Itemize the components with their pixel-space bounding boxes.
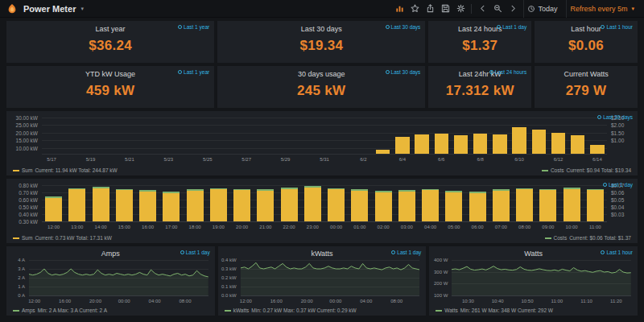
legend-marker xyxy=(225,310,231,312)
legend-series[interactable]: Costs xyxy=(554,234,568,242)
stat-value: $36.24 xyxy=(6,38,214,54)
stat-panel-last-30-days: Last 30 days Last 30 days $19.34 xyxy=(217,21,425,63)
legend: AmpsMin: 2 A Max: 3 A Current: 2 A xyxy=(13,307,208,314)
legend-item-sum: SumCurrent: 0.73 kW Total: 17.31 kW xyxy=(13,234,112,242)
y-axis-right: $2.50$2.00$1.50$1.00 xyxy=(609,118,638,155)
time-range-badge[interactable]: Last 1 day xyxy=(497,24,526,30)
clock-icon xyxy=(489,70,493,74)
panel-daily-usage-chart: Last 30 days 30.00 kW25.00 kW20.00 kW15.… xyxy=(6,111,638,175)
plot-area[interactable] xyxy=(241,260,420,296)
legend-series[interactable]: Sum xyxy=(22,234,32,242)
legend-marker xyxy=(13,310,19,312)
legend-values: Current: 0.73 kW Total: 17.31 kW xyxy=(35,234,112,242)
panel-watts-chart: Watts Last 1 hour 400 W300 W200 W100 W 1… xyxy=(429,246,638,316)
panel-hourly-usage-chart: Last 1 day 0.80 kW0.70 kW0.60 kW0.50 kW0… xyxy=(6,179,638,243)
x-axis: 12:0016:0020:0000:0004:0008:00 xyxy=(29,298,208,305)
clock-icon xyxy=(601,250,605,254)
refresh-button[interactable]: Refresh every 5m ▾ xyxy=(566,0,638,18)
plot-area[interactable] xyxy=(29,260,208,296)
chevron-down-icon[interactable]: ▾ xyxy=(80,6,84,12)
navbar: Power Meter ▾ Today xyxy=(0,0,644,18)
stat-value: 279 W xyxy=(535,83,638,99)
clock-icon xyxy=(601,25,605,29)
stat-value: 17.312 kW xyxy=(428,83,531,99)
stat-value: 459 kW xyxy=(6,83,214,99)
legend-values: Min: 2 A Max: 3 A Current: 2 A xyxy=(38,307,107,314)
navbar-divider xyxy=(471,4,472,14)
time-range-badge[interactable]: Last 1 year xyxy=(178,24,209,30)
x-axis: 12:0013:0014:0015:0016:0017:0018:0019:00… xyxy=(42,224,607,231)
stat-value: $1.37 xyxy=(428,38,531,54)
clock-icon xyxy=(386,70,390,74)
save-icon[interactable] xyxy=(440,4,450,14)
zoom-out-icon[interactable] xyxy=(493,4,502,14)
clock-icon xyxy=(603,183,607,187)
legend-values: Current: $0.94 Total: $19.34 xyxy=(567,167,631,174)
time-range-badge[interactable]: Last 1 day xyxy=(603,182,633,188)
legend: SumCurrent: 0.73 kW Total: 17.31 kW Cost… xyxy=(13,234,631,242)
legend-item-sum: SumCurrent: 11.94 kW Total: 244.87 kW xyxy=(13,167,118,174)
time-range-badge[interactable]: Last 30 days xyxy=(386,24,421,30)
dashboard-title[interactable]: Power Meter xyxy=(23,4,76,14)
legend-series[interactable]: kWatts xyxy=(233,307,250,314)
y-axis-right: $0.07$0.06$0.05$0.04$0.03 xyxy=(609,185,638,222)
legend-marker xyxy=(542,170,548,171)
time-range-badge[interactable]: Last 1 year xyxy=(178,69,209,75)
legend-series[interactable]: Costs xyxy=(551,167,564,174)
time-range-badge[interactable]: Last 1 hour xyxy=(601,250,633,255)
legend-marker xyxy=(13,237,19,239)
time-range-badge[interactable]: Last 30 days xyxy=(597,114,633,120)
legend: SumCurrent: 11.94 kW Total: 244.87 kW Co… xyxy=(13,167,631,174)
clock-icon xyxy=(180,250,184,254)
plot-area[interactable] xyxy=(42,118,607,155)
navbar-actions: Today Refresh every 5m ▾ xyxy=(394,0,638,18)
share-icon[interactable] xyxy=(425,4,435,14)
gear-icon[interactable] xyxy=(456,4,465,14)
legend-marker xyxy=(545,237,551,239)
x-axis: 10:3010:4010:5011:0011:1011:20 xyxy=(452,298,631,305)
clock-icon xyxy=(386,25,390,29)
chevron-left-icon[interactable] xyxy=(477,4,487,14)
stat-panel-30-days-usage: Last 30 days 30 days usage 245 kW xyxy=(217,66,425,108)
panels-chart-icon[interactable] xyxy=(394,4,404,14)
today-button[interactable]: Today xyxy=(523,0,560,18)
legend-marker xyxy=(13,170,19,171)
chevron-down-icon: ▾ xyxy=(631,6,634,12)
clock-icon xyxy=(178,70,182,74)
time-range-badge[interactable]: Last 1 day xyxy=(180,250,210,255)
legend-series[interactable]: Sum xyxy=(22,167,32,174)
time-range-badge[interactable]: Last 24 hours xyxy=(489,69,526,75)
clock-icon xyxy=(497,25,501,29)
legend: WattsMin: 261 W Max: 348 W Current: 292 … xyxy=(436,307,631,314)
panel-amps-chart: Amps Last 1 day 4 A3 A2 A1 A0 A 12:0016:… xyxy=(6,246,215,316)
legend-values: Current: 11.94 kW Total: 244.87 kW xyxy=(35,167,117,174)
bottom-row: Amps Last 1 day 4 A3 A2 A1 A0 A 12:0016:… xyxy=(6,246,638,316)
star-icon[interactable] xyxy=(410,4,419,14)
chevron-right-icon[interactable] xyxy=(508,4,518,14)
stat-value: $0.06 xyxy=(535,38,638,54)
time-range-badge[interactable]: Last 30 days xyxy=(386,69,421,75)
legend-series[interactable]: Amps xyxy=(22,307,35,314)
legend: kWattsMin: 0.27 kW Max: 0.37 kW Current:… xyxy=(225,307,420,314)
y-axis-left: 0.4 kW0.3 kW0.2 kW0.1 kW0.0 kW xyxy=(218,260,239,296)
x-axis: 5/175/195/215/235/255/275/295/316/26/46/… xyxy=(42,156,607,163)
clock-icon xyxy=(527,5,535,13)
legend-marker xyxy=(436,310,442,312)
legend-values: Min: 261 W Max: 348 W Current: 292 W xyxy=(460,307,553,314)
today-label: Today xyxy=(538,5,557,13)
panel-title[interactable]: Current Watts xyxy=(535,70,638,78)
legend-values: Current: $0.06 Total: $1.37 xyxy=(569,234,631,242)
plot-area[interactable] xyxy=(42,185,607,222)
time-range-badge[interactable]: Last 1 hour xyxy=(601,24,633,30)
clock-icon xyxy=(178,25,182,29)
grafana-logo-icon[interactable] xyxy=(6,3,18,14)
legend-values: Min: 0.27 kW Max: 0.37 kW Current: 0.29 … xyxy=(251,307,356,314)
time-range-badge[interactable]: Last 1 day xyxy=(391,250,421,255)
y-axis-left: 400 W300 W200 W100 W xyxy=(429,260,450,296)
legend-series[interactable]: Watts xyxy=(444,307,457,314)
plot-area[interactable] xyxy=(452,260,631,296)
stat-panel-ytd-usage: Last 1 year YTD kW Usage 459 kW xyxy=(6,66,214,108)
panel-kwatts-chart: kWatts Last 1 day 0.4 kW0.3 kW0.2 kW0.1 … xyxy=(218,246,427,316)
y-axis-left: 4 A3 A2 A1 A0 A xyxy=(6,260,27,296)
stat-value: $19.34 xyxy=(217,38,425,54)
